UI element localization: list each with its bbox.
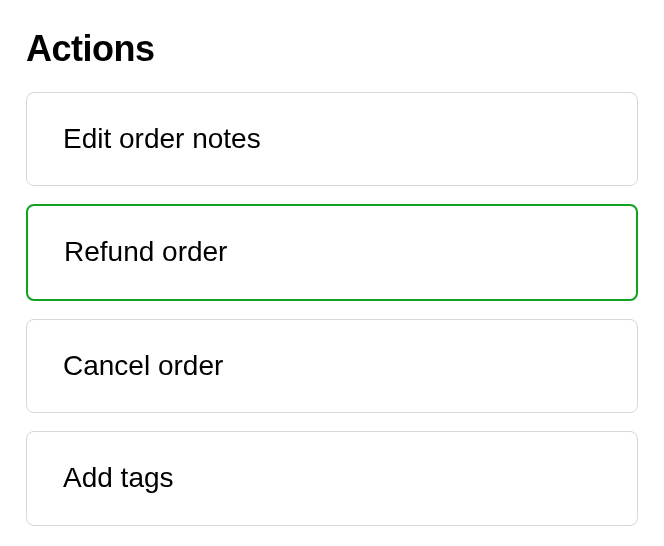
refund-order-button[interactable]: Refund order (26, 204, 638, 300)
actions-title: Actions (26, 28, 638, 70)
edit-order-notes-button[interactable]: Edit order notes (26, 92, 638, 186)
action-list: Edit order notes Refund order Cancel ord… (26, 92, 638, 526)
add-tags-button[interactable]: Add tags (26, 431, 638, 525)
cancel-order-button[interactable]: Cancel order (26, 319, 638, 413)
